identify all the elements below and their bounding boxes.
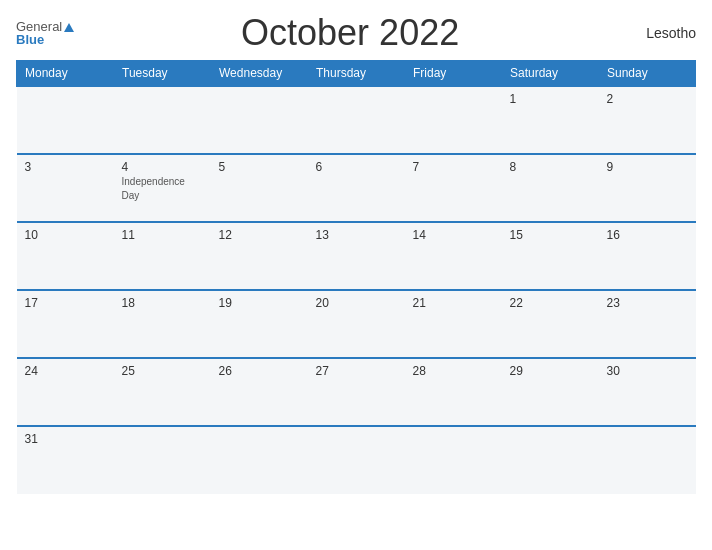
day-number: 14 bbox=[413, 228, 494, 242]
day-number: 3 bbox=[25, 160, 106, 174]
header-tuesday: Tuesday bbox=[114, 61, 211, 87]
logo-triangle-icon bbox=[64, 23, 74, 32]
day-number: 29 bbox=[510, 364, 591, 378]
header-monday: Monday bbox=[17, 61, 114, 87]
week-row-4: 17181920212223 bbox=[17, 290, 696, 358]
week-row-6: 31 bbox=[17, 426, 696, 494]
calendar-cell: 19 bbox=[211, 290, 308, 358]
week-row-5: 24252627282930 bbox=[17, 358, 696, 426]
calendar-cell bbox=[502, 426, 599, 494]
calendar-cell: 23 bbox=[599, 290, 696, 358]
calendar-cell: 27 bbox=[308, 358, 405, 426]
week-row-3: 10111213141516 bbox=[17, 222, 696, 290]
calendar-cell: 31 bbox=[17, 426, 114, 494]
calendar-cell: 8 bbox=[502, 154, 599, 222]
logo: General Blue bbox=[16, 20, 74, 46]
day-number: 28 bbox=[413, 364, 494, 378]
header-thursday: Thursday bbox=[308, 61, 405, 87]
day-number: 19 bbox=[219, 296, 300, 310]
calendar-cell: 29 bbox=[502, 358, 599, 426]
day-number: 21 bbox=[413, 296, 494, 310]
weekday-header-row: Monday Tuesday Wednesday Thursday Friday… bbox=[17, 61, 696, 87]
calendar-cell: 6 bbox=[308, 154, 405, 222]
calendar-cell: 5 bbox=[211, 154, 308, 222]
calendar-cell bbox=[308, 426, 405, 494]
calendar-cell: 24 bbox=[17, 358, 114, 426]
calendar-cell: 26 bbox=[211, 358, 308, 426]
day-number: 2 bbox=[607, 92, 688, 106]
calendar-cell: 21 bbox=[405, 290, 502, 358]
day-number: 30 bbox=[607, 364, 688, 378]
day-number: 27 bbox=[316, 364, 397, 378]
week-row-2: 34Independence Day56789 bbox=[17, 154, 696, 222]
calendar-cell: 14 bbox=[405, 222, 502, 290]
week-row-1: 12 bbox=[17, 86, 696, 154]
header-wednesday: Wednesday bbox=[211, 61, 308, 87]
calendar-cell: 13 bbox=[308, 222, 405, 290]
calendar-cell bbox=[405, 86, 502, 154]
calendar-cell: 9 bbox=[599, 154, 696, 222]
day-number: 15 bbox=[510, 228, 591, 242]
day-number: 13 bbox=[316, 228, 397, 242]
day-number: 24 bbox=[25, 364, 106, 378]
header-saturday: Saturday bbox=[502, 61, 599, 87]
day-number: 10 bbox=[25, 228, 106, 242]
header-friday: Friday bbox=[405, 61, 502, 87]
calendar-cell: 15 bbox=[502, 222, 599, 290]
day-number: 18 bbox=[122, 296, 203, 310]
calendar-cell: 22 bbox=[502, 290, 599, 358]
header: General Blue October 2022 Lesotho bbox=[16, 12, 696, 54]
calendar-cell bbox=[211, 426, 308, 494]
event-label: Independence Day bbox=[122, 176, 185, 201]
day-number: 8 bbox=[510, 160, 591, 174]
day-number: 11 bbox=[122, 228, 203, 242]
calendar-cell bbox=[308, 86, 405, 154]
calendar-cell: 12 bbox=[211, 222, 308, 290]
country-label: Lesotho bbox=[626, 25, 696, 41]
calendar-cell: 10 bbox=[17, 222, 114, 290]
logo-blue-text: Blue bbox=[16, 33, 74, 46]
day-number: 16 bbox=[607, 228, 688, 242]
day-number: 26 bbox=[219, 364, 300, 378]
calendar-title: October 2022 bbox=[74, 12, 626, 54]
day-number: 5 bbox=[219, 160, 300, 174]
calendar-cell bbox=[211, 86, 308, 154]
calendar-cell: 28 bbox=[405, 358, 502, 426]
day-number: 22 bbox=[510, 296, 591, 310]
day-number: 9 bbox=[607, 160, 688, 174]
day-number: 12 bbox=[219, 228, 300, 242]
calendar-cell: 3 bbox=[17, 154, 114, 222]
day-number: 31 bbox=[25, 432, 106, 446]
calendar-page: General Blue October 2022 Lesotho Monday… bbox=[0, 0, 712, 550]
calendar-cell: 1 bbox=[502, 86, 599, 154]
day-number: 7 bbox=[413, 160, 494, 174]
header-sunday: Sunday bbox=[599, 61, 696, 87]
day-number: 1 bbox=[510, 92, 591, 106]
calendar-cell: 7 bbox=[405, 154, 502, 222]
day-number: 6 bbox=[316, 160, 397, 174]
day-number: 25 bbox=[122, 364, 203, 378]
calendar-cell: 2 bbox=[599, 86, 696, 154]
calendar-cell bbox=[405, 426, 502, 494]
calendar-cell: 17 bbox=[17, 290, 114, 358]
calendar-cell: 11 bbox=[114, 222, 211, 290]
calendar-cell: 18 bbox=[114, 290, 211, 358]
calendar-cell: 16 bbox=[599, 222, 696, 290]
day-number: 23 bbox=[607, 296, 688, 310]
calendar-cell: 20 bbox=[308, 290, 405, 358]
calendar-cell: 4Independence Day bbox=[114, 154, 211, 222]
calendar-cell: 30 bbox=[599, 358, 696, 426]
day-number: 20 bbox=[316, 296, 397, 310]
day-number: 17 bbox=[25, 296, 106, 310]
calendar-cell bbox=[17, 86, 114, 154]
calendar-table: Monday Tuesday Wednesday Thursday Friday… bbox=[16, 60, 696, 494]
calendar-cell bbox=[599, 426, 696, 494]
calendar-cell bbox=[114, 426, 211, 494]
calendar-cell bbox=[114, 86, 211, 154]
calendar-cell: 25 bbox=[114, 358, 211, 426]
day-number: 4 bbox=[122, 160, 203, 174]
